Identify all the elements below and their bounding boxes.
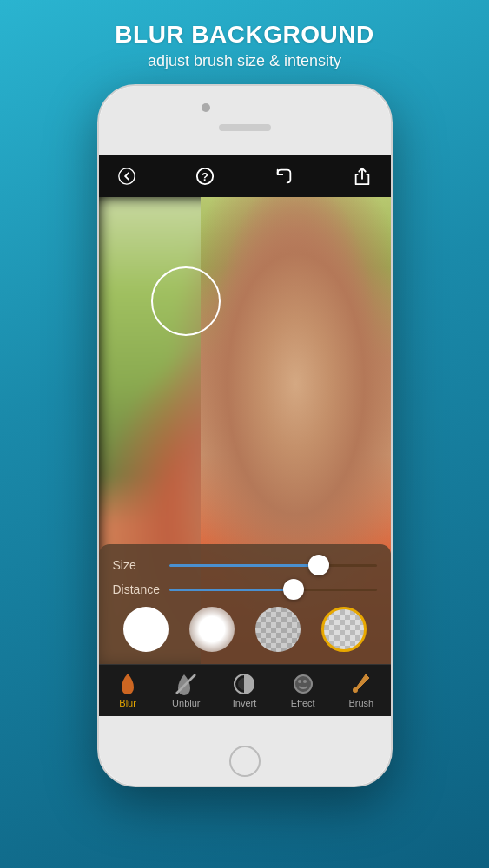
size-slider-fill bbox=[169, 564, 319, 567]
distance-slider-row: Distance bbox=[113, 582, 377, 596]
home-button[interactable] bbox=[229, 746, 261, 777]
effect-label: Effect bbox=[291, 698, 315, 708]
undo-button[interactable] bbox=[270, 162, 298, 190]
brush-preset-solid[interactable] bbox=[123, 607, 169, 652]
size-slider-row: Size bbox=[113, 558, 377, 572]
blur-label: Blur bbox=[119, 698, 136, 708]
toolbar-item-blur[interactable]: Blur bbox=[102, 673, 154, 708]
size-slider-track[interactable] bbox=[169, 564, 377, 567]
phone-top bbox=[99, 86, 391, 155]
toolbar: Blur Unblur bbox=[99, 664, 391, 716]
toolbar-item-unblur[interactable]: Unblur bbox=[160, 673, 212, 708]
hero-title: BLUR BACKGROUND bbox=[115, 21, 373, 49]
effect-icon bbox=[292, 673, 314, 695]
svg-text:?: ? bbox=[202, 170, 208, 183]
toolbar-item-effect[interactable]: Effect bbox=[277, 673, 329, 708]
controls-panel: Size Distance bbox=[99, 544, 391, 664]
svg-point-0 bbox=[118, 168, 134, 184]
brush-circle bbox=[151, 266, 221, 336]
blur-icon bbox=[116, 673, 139, 695]
brush-icon bbox=[350, 673, 373, 695]
screen-topbar: ? bbox=[99, 155, 391, 197]
photo-area[interactable]: Size Distance bbox=[99, 197, 391, 664]
phone-bottom bbox=[99, 716, 391, 786]
brush-presets bbox=[113, 607, 377, 652]
hero-section: BLUR BACKGROUND adjust brush size & inte… bbox=[97, 0, 391, 84]
svg-point-7 bbox=[298, 680, 301, 683]
svg-point-6 bbox=[294, 675, 312, 693]
share-button[interactable] bbox=[348, 162, 376, 190]
help-button[interactable]: ? bbox=[191, 162, 219, 190]
phone-speaker bbox=[219, 124, 271, 131]
svg-point-8 bbox=[303, 680, 307, 683]
unblur-icon bbox=[175, 673, 197, 695]
brush-label: Brush bbox=[348, 698, 373, 708]
distance-label: Distance bbox=[113, 582, 169, 596]
size-slider-thumb[interactable] bbox=[308, 555, 329, 575]
phone-camera bbox=[202, 103, 210, 112]
distance-slider-thumb[interactable] bbox=[283, 579, 304, 600]
hero-subtitle: adjust brush size & intensity bbox=[115, 52, 373, 70]
brush-preset-medium[interactable] bbox=[189, 607, 235, 652]
svg-point-9 bbox=[353, 687, 358, 693]
distance-slider-track[interactable] bbox=[169, 589, 377, 591]
invert-icon bbox=[233, 673, 255, 695]
phone-screen: ? Size bbox=[99, 155, 391, 716]
phone-shell: ? Size bbox=[97, 84, 393, 787]
size-label: Size bbox=[113, 558, 169, 572]
unblur-label: Unblur bbox=[172, 698, 200, 708]
toolbar-item-brush[interactable]: Brush bbox=[335, 673, 387, 708]
distance-slider-fill bbox=[169, 589, 294, 591]
toolbar-item-invert[interactable]: Invert bbox=[218, 673, 270, 708]
invert-label: Invert bbox=[233, 698, 257, 708]
brush-preset-checkered1[interactable] bbox=[255, 607, 301, 652]
brush-preset-checkered2[interactable] bbox=[321, 607, 367, 652]
back-button[interactable] bbox=[113, 162, 141, 190]
